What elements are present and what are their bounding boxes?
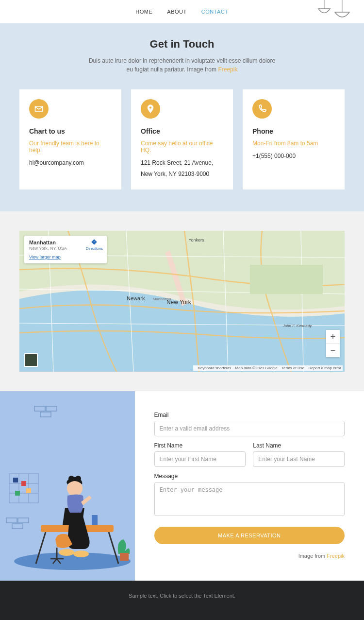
- card-phone-tagline: Mon-Fri from 8am to 5am: [252, 140, 335, 147]
- svg-point-8: [14, 552, 131, 570]
- card-office-title: Office: [141, 127, 223, 135]
- card-chat-email: hi@ourcompany.com: [29, 157, 112, 169]
- nav-contact[interactable]: CONTACT: [201, 9, 229, 15]
- hero-subtitle: Duis aute irure dolor in reprehenderit i…: [85, 56, 279, 74]
- card-office-addr2: New York, NY 92103-9000: [141, 169, 223, 180]
- card-office-addr1: 121 Rock Sreet, 21 Avenue,: [141, 157, 223, 169]
- form-illustration-panel: [0, 391, 135, 581]
- card-phone: Phone Mon-Fri from 8am to 5am +1(555) 00…: [243, 89, 345, 189]
- card-office-tagline: Come say hello at our office HQ.: [141, 140, 223, 154]
- svg-rect-15: [21, 481, 26, 486]
- map-label-manhattan: Manhattan: [153, 297, 171, 301]
- contact-cards: Chart to us Our friendly team is here to…: [19, 89, 345, 189]
- submit-button[interactable]: MAKE A RESERVATION: [154, 527, 345, 544]
- map-label-yonkers: Yonkers: [188, 238, 204, 242]
- hero-freepik-link[interactable]: Freepik: [218, 66, 237, 73]
- person-at-desk-illustration: [0, 464, 135, 571]
- main-nav: HOME ABOUT CONTACT: [0, 0, 364, 23]
- svg-rect-21: [92, 515, 98, 525]
- pin-icon: [141, 99, 160, 119]
- svg-rect-4: [40, 412, 51, 417]
- svg-point-25: [59, 549, 74, 556]
- map-attribution: Keyboard shortcuts Map data ©2023 Google…: [193, 365, 343, 371]
- map-directions-button[interactable]: Directions: [85, 239, 103, 251]
- page-title: Get in Touch: [19, 38, 345, 51]
- nav-about[interactable]: ABOUT: [167, 9, 186, 15]
- card-chat-title: Chart to us: [29, 127, 112, 135]
- svg-point-23: [68, 476, 74, 482]
- hero-section: Get in Touch Duis aute irure dolor in re…: [0, 23, 364, 211]
- msg-label: Message: [154, 473, 345, 480]
- form-freepik-link[interactable]: Freepik: [327, 553, 345, 559]
- map-kb-shortcuts[interactable]: Keyboard shortcuts: [198, 366, 231, 370]
- card-phone-number: +1(555) 000-000: [252, 151, 335, 162]
- email-input[interactable]: [154, 421, 345, 436]
- map-infobox: Directions Manhattan New York, NY, USA V…: [24, 236, 107, 263]
- map-report-link[interactable]: Report a map error: [308, 366, 341, 370]
- svg-rect-3: [46, 406, 57, 411]
- map-zoom-out-button[interactable]: −: [326, 344, 340, 357]
- footer: Sample text. Click to select the Text El…: [0, 581, 364, 620]
- svg-rect-2: [34, 406, 45, 411]
- map-view-larger-link[interactable]: View larger map: [29, 255, 102, 259]
- map-label-jfk: John F. Kennedy: [283, 324, 312, 328]
- card-office: Office Come say hello at our office HQ. …: [131, 89, 233, 189]
- card-chat: Chart to us Our friendly team is here to…: [19, 89, 121, 189]
- map-terms-link[interactable]: Terms of Use: [281, 366, 304, 370]
- contact-form: Email First Name Last Name Message MAKE …: [135, 391, 364, 581]
- lamp-icon: [315, 0, 354, 24]
- footer-text[interactable]: Sample text. Click to select the Text El…: [129, 593, 235, 599]
- form-credit: Image from Freepik: [154, 553, 345, 559]
- form-section: Email First Name Last Name Message MAKE …: [0, 391, 364, 581]
- map-section: New York Manhattan Newark Yonkers John F…: [0, 211, 364, 391]
- svg-point-24: [75, 476, 81, 482]
- map-satellite-toggle[interactable]: [24, 353, 38, 367]
- map-label-newark: Newark: [127, 295, 145, 301]
- svg-rect-14: [13, 478, 18, 482]
- svg-rect-28: [120, 553, 129, 561]
- lname-label: Last Name: [253, 442, 345, 449]
- map-zoom-controls: + −: [326, 330, 340, 357]
- svg-rect-17: [15, 491, 20, 496]
- card-phone-title: Phone: [252, 127, 335, 135]
- fname-input[interactable]: [154, 451, 246, 467]
- map-zoom-in-button[interactable]: +: [326, 330, 340, 344]
- mail-icon: [29, 99, 49, 119]
- card-chat-tagline: Our friendly team is here to help.: [29, 140, 112, 154]
- svg-rect-16: [26, 488, 31, 493]
- svg-point-26: [73, 551, 89, 557]
- svg-rect-1: [250, 265, 323, 294]
- email-label: Email: [154, 412, 345, 418]
- map-data-attr: Map data ©2023 Google: [235, 366, 278, 370]
- nav-home[interactable]: HOME: [135, 9, 152, 15]
- google-map[interactable]: New York Manhattan Newark Yonkers John F…: [19, 231, 345, 372]
- fname-label: First Name: [154, 442, 246, 449]
- lname-input[interactable]: [253, 451, 345, 467]
- msg-input[interactable]: [154, 482, 345, 516]
- phone-icon: [252, 99, 272, 119]
